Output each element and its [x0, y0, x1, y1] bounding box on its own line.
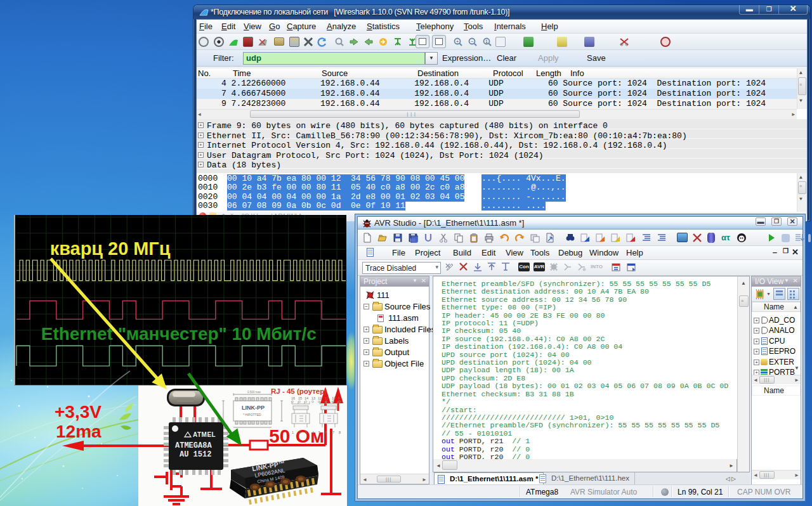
- svg-text:−: −: [471, 39, 473, 44]
- svg-text:Ethernet "манчестер" 10 Мбит/: Ethernet "манчестер" 10 Мбит/с: [41, 324, 317, 344]
- svg-text:кварц 20 МГц: кварц 20 МГц: [50, 238, 171, 259]
- svg-text:1: 1: [485, 39, 488, 44]
- svg-text:+: +: [456, 39, 459, 44]
